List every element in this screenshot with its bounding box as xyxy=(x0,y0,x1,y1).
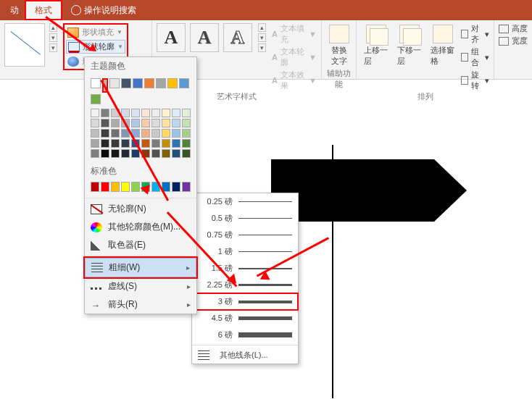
width-field[interactable]: 宽度 xyxy=(499,35,528,46)
arrow-sign-shape[interactable] xyxy=(271,159,467,222)
color-swatch[interactable] xyxy=(91,119,99,127)
size-stack: 高度 宽度 xyxy=(499,23,528,46)
color-swatch[interactable] xyxy=(101,109,109,117)
color-swatch[interactable] xyxy=(101,149,109,158)
text-effects-button[interactable]: A文本效果▼ xyxy=(272,70,317,91)
color-swatch[interactable] xyxy=(172,149,180,158)
color-swatch[interactable] xyxy=(101,119,109,127)
color-swatch[interactable] xyxy=(91,139,99,148)
weight-option[interactable]: 6 磅 xyxy=(192,327,298,343)
color-swatch[interactable] xyxy=(162,129,170,138)
color-swatch[interactable] xyxy=(91,109,99,117)
color-swatch[interactable] xyxy=(91,129,99,138)
color-swatch[interactable] xyxy=(121,182,130,192)
weight-option[interactable]: 3 磅 xyxy=(192,293,298,310)
weight-option[interactable]: 0.5 磅 xyxy=(192,210,298,227)
color-swatch[interactable] xyxy=(172,109,180,117)
color-swatch[interactable] xyxy=(151,119,160,127)
color-swatch[interactable] xyxy=(182,109,191,117)
color-swatch[interactable] xyxy=(172,119,180,127)
no-outline-item[interactable]: 无轮廓(N) xyxy=(85,200,196,218)
color-swatch[interactable] xyxy=(182,119,191,127)
color-swatch[interactable] xyxy=(172,182,180,192)
color-swatch[interactable] xyxy=(111,119,120,127)
color-swatch[interactable] xyxy=(91,182,99,192)
color-swatch[interactable] xyxy=(156,78,166,88)
send-backward-icon xyxy=(399,25,420,43)
alt-text-button[interactable]: 替换 文字 xyxy=(326,23,352,68)
align-button[interactable]: 对齐▾ xyxy=(461,23,489,45)
text-style-buttons: A文本填充▼ A文本轮廓▼ A文本效果▼ xyxy=(272,23,317,91)
wordart-preset[interactable]: A xyxy=(223,23,252,52)
color-swatch[interactable] xyxy=(182,182,191,192)
color-swatch[interactable] xyxy=(179,78,189,88)
color-swatch[interactable] xyxy=(131,109,140,117)
color-swatch[interactable] xyxy=(131,119,140,127)
tab-left-fragment[interactable]: 动 xyxy=(4,0,25,20)
group-button[interactable]: 组合▾ xyxy=(461,46,489,68)
shape-style-gallery[interactable] xyxy=(4,23,45,67)
no-outline-icon xyxy=(91,204,102,214)
color-swatch[interactable] xyxy=(131,182,140,192)
color-swatch[interactable] xyxy=(101,182,109,192)
shape-outline-dropdown: 主题颜色 标准色 无轮廓(N) 其他轮廓颜色(M)... 取色器(E) 粗细(W… xyxy=(84,56,197,314)
color-swatch[interactable] xyxy=(91,94,101,104)
color-swatch[interactable] xyxy=(151,109,160,117)
arrows-item[interactable]: 箭头(R)▸ xyxy=(85,295,196,314)
dashes-item[interactable]: 虚线(S)▸ xyxy=(85,277,196,295)
color-swatch[interactable] xyxy=(111,182,120,192)
color-swatch[interactable] xyxy=(162,119,170,127)
wordart-preset[interactable]: A xyxy=(157,23,186,52)
color-swatch[interactable] xyxy=(141,129,150,138)
gallery-scroll[interactable]: ▴▾▾ xyxy=(258,23,266,52)
color-swatch[interactable] xyxy=(172,139,180,148)
text-outline-button[interactable]: A文本轮廓▼ xyxy=(272,46,317,68)
color-swatch[interactable] xyxy=(182,129,191,138)
color-swatch[interactable] xyxy=(91,78,101,88)
rotate-button[interactable]: 旋转▾ xyxy=(461,70,489,91)
color-swatch[interactable] xyxy=(101,139,109,148)
color-swatch[interactable] xyxy=(121,139,130,148)
gallery-scroll[interactable]: ▴▾▾ xyxy=(49,23,57,52)
color-swatch[interactable] xyxy=(121,78,131,88)
weight-option[interactable]: 4.5 磅 xyxy=(192,310,298,327)
weight-option[interactable]: 0.75 磅 xyxy=(192,227,298,243)
eyedropper-item[interactable]: 取色器(E) xyxy=(85,236,196,254)
text-fill-button[interactable]: A文本填充▼ xyxy=(272,23,317,45)
color-swatch[interactable] xyxy=(133,78,143,88)
color-swatch[interactable] xyxy=(121,149,130,158)
color-swatch[interactable] xyxy=(111,149,120,158)
color-swatch[interactable] xyxy=(182,149,191,158)
color-swatch[interactable] xyxy=(144,78,154,88)
width-icon xyxy=(499,37,509,46)
tell-me-search[interactable]: 操作说明搜索 xyxy=(71,4,136,17)
tab-format[interactable]: 格式 xyxy=(25,0,62,20)
color-swatch[interactable] xyxy=(151,129,160,138)
color-swatch[interactable] xyxy=(182,139,191,148)
color-swatch[interactable] xyxy=(141,139,150,148)
color-swatch[interactable] xyxy=(111,129,120,138)
height-field[interactable]: 高度 xyxy=(499,23,528,34)
wordart-preset[interactable]: A xyxy=(190,23,219,52)
color-swatch[interactable] xyxy=(162,149,170,158)
color-swatch[interactable] xyxy=(141,109,150,117)
color-swatch[interactable] xyxy=(167,78,178,88)
color-swatch[interactable] xyxy=(141,119,150,127)
wordart-gallery[interactable]: A A A ▴▾▾ xyxy=(157,23,266,52)
color-swatch[interactable] xyxy=(162,139,170,148)
weight-option[interactable]: 2.25 磅 xyxy=(192,277,298,293)
bring-forward-button[interactable]: 上移一层 xyxy=(361,23,391,68)
weight-item[interactable]: 粗细(W)▸ xyxy=(85,258,196,277)
color-swatch[interactable] xyxy=(111,139,120,148)
color-swatch[interactable] xyxy=(172,129,180,138)
more-lines-item[interactable]: 其他线条(L)... xyxy=(192,347,298,364)
send-backward-button[interactable]: 下移一层 xyxy=(394,23,425,68)
color-swatch[interactable] xyxy=(151,139,160,148)
color-swatch[interactable] xyxy=(151,149,160,158)
color-swatch[interactable] xyxy=(162,109,170,117)
selection-pane-button[interactable]: 选择窗格 xyxy=(428,23,458,68)
weight-option[interactable]: 0.25 磅 xyxy=(192,193,298,210)
color-swatch[interactable] xyxy=(101,129,109,138)
color-swatch[interactable] xyxy=(109,78,120,88)
color-swatch[interactable] xyxy=(91,149,99,158)
